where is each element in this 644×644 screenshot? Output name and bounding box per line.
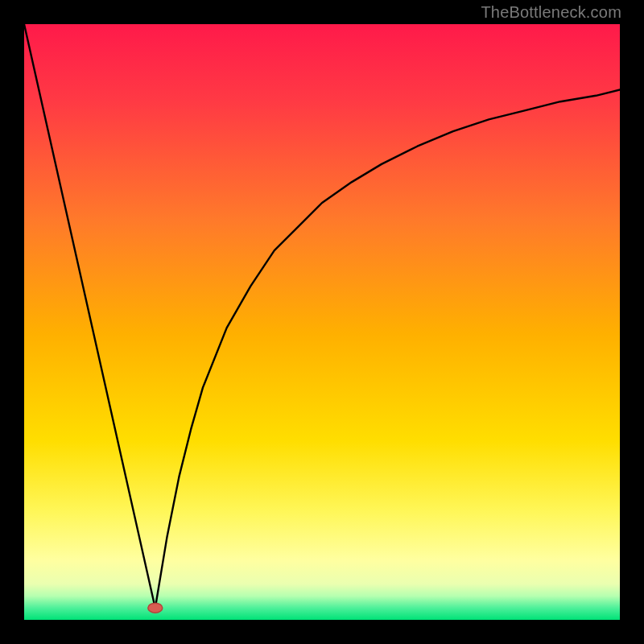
watermark-text: TheBottleneck.com — [481, 3, 621, 22]
sweet-spot-marker — [148, 603, 163, 613]
plot-area — [24, 24, 620, 620]
chart-frame: TheBottleneck.com — [0, 0, 644, 644]
chart-svg — [24, 24, 620, 620]
gradient-background — [24, 24, 620, 620]
